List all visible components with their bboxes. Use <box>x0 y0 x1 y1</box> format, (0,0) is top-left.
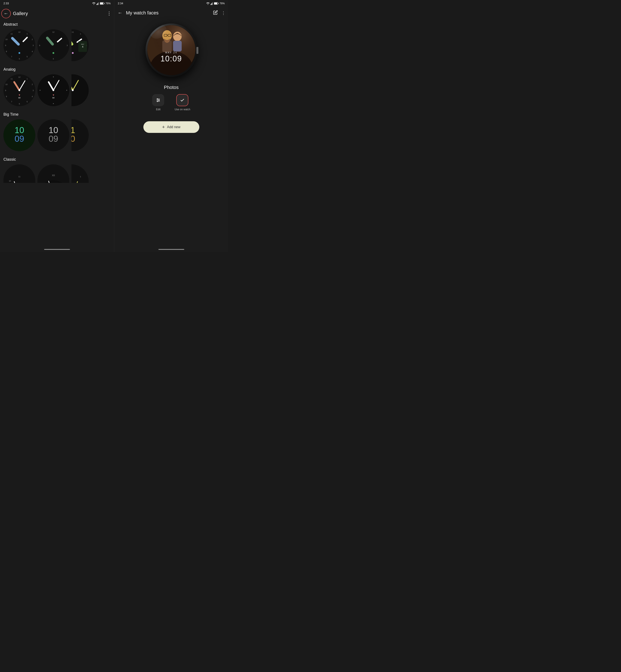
right-page-title: My watch faces <box>126 10 159 16</box>
add-new-button[interactable]: + Add new <box>143 121 199 133</box>
svg-text:8: 8 <box>6 50 7 52</box>
svg-text:♥: ♥ <box>18 93 20 96</box>
right-top-icons: ⋮ <box>213 10 225 16</box>
svg-rect-114 <box>212 2 213 5</box>
action-row: Edit Use on watch <box>114 94 228 111</box>
classic-watch-grid: 11 10 <box>0 164 114 187</box>
svg-rect-117 <box>218 3 218 4</box>
add-new-container: + Add new <box>114 120 228 134</box>
svg-text:0: 0 <box>72 134 75 144</box>
edit-pencil-icon[interactable] <box>213 10 218 16</box>
svg-text:9: 9 <box>5 89 6 91</box>
right-back-button[interactable]: ← <box>116 8 124 17</box>
checkmark-icon <box>180 98 185 103</box>
svg-point-110 <box>207 4 208 5</box>
right-home-indicator <box>114 247 228 252</box>
svg-rect-3 <box>98 3 98 5</box>
svg-rect-112 <box>211 3 212 5</box>
svg-text:1: 1 <box>27 78 28 80</box>
right-wifi-icon <box>206 2 210 5</box>
watch-face-abstract-2[interactable]: 12 3 6 9 <box>37 29 69 61</box>
svg-text:10: 10 <box>5 38 7 40</box>
svg-text:5: 5 <box>27 55 28 58</box>
svg-rect-2 <box>97 3 97 5</box>
watch-face-analog-3-partial[interactable] <box>72 74 89 106</box>
svg-text:XII: XII <box>52 174 55 176</box>
svg-text:11: 11 <box>72 31 74 33</box>
edit-sliders-icon <box>156 98 161 103</box>
more-options-icon[interactable]: ⋮ <box>107 11 112 16</box>
watch-face-bigtime-3-partial[interactable]: 1 0 <box>72 119 89 151</box>
svg-point-132 <box>159 100 160 101</box>
watch-face-abstract-3-partial[interactable]: 1 3 11 MAY 4 <box>72 29 89 61</box>
watch-bezel: MAY 24 10:09 <box>146 24 197 77</box>
left-home-bar <box>44 249 70 250</box>
right-top-bar: ← My watch faces ⋮ <box>114 7 228 19</box>
edit-action[interactable]: Edit <box>152 94 164 111</box>
edit-button[interactable] <box>152 94 164 106</box>
svg-text:1: 1 <box>80 175 81 178</box>
svg-text:09: 09 <box>15 134 24 144</box>
svg-text:11: 11 <box>10 78 13 80</box>
watch-face-analog-2[interactable]: ♥ 68 <box>37 74 69 106</box>
edit-label: Edit <box>156 108 161 111</box>
watch-face-analog-1[interactable]: 12 3 6 9 1 2 4 5 7 8 10 11 <box>3 74 35 106</box>
watch-face-bigtime-1[interactable]: 10 09 <box>3 119 35 151</box>
left-panel: 2:33 76% ← <box>0 0 114 252</box>
watch-face-bigtime-2[interactable]: 10 09 <box>37 119 69 151</box>
svg-rect-4 <box>98 2 99 5</box>
svg-point-133 <box>157 101 158 102</box>
right-signal-icon <box>210 2 213 5</box>
svg-text:1: 1 <box>80 33 81 35</box>
watch-face-classic-3-partial[interactable]: 1 10 <box>72 164 89 183</box>
right-home-bar <box>158 249 184 250</box>
gallery-scroll[interactable]: Abstract 12 3 6 9 1 2 4 5 7 8 10 <box>0 21 114 247</box>
watch-face-abstract-1[interactable]: 12 3 6 9 1 2 4 5 7 8 10 11 <box>3 29 35 61</box>
svg-text:6: 6 <box>53 58 54 60</box>
svg-text:1: 1 <box>27 33 28 35</box>
wifi-icon <box>92 2 95 5</box>
left-status-icons: 76% <box>92 2 111 5</box>
svg-rect-116 <box>214 3 217 4</box>
left-home-indicator <box>0 247 114 252</box>
watch-crown <box>196 47 199 54</box>
use-on-watch-action[interactable]: Use on watch <box>174 94 190 111</box>
right-time: 2:34 <box>118 2 123 5</box>
battery-icon <box>100 2 105 5</box>
svg-text:11: 11 <box>10 33 13 35</box>
watch-preview-container: MAY 24 10:09 <box>114 19 228 84</box>
svg-rect-113 <box>212 3 212 5</box>
more-options-right-icon[interactable]: ⋮ <box>221 10 225 15</box>
svg-text:68: 68 <box>18 97 20 99</box>
watch-date-overlay: MAY 24 10:09 <box>147 51 196 63</box>
svg-text:2: 2 <box>32 83 33 85</box>
svg-text:10: 10 <box>9 180 11 182</box>
svg-point-23 <box>18 52 20 54</box>
right-status-icons: 76% <box>206 2 225 5</box>
watch-face-classic-1[interactable]: 11 10 <box>3 164 35 183</box>
watch-face-name: Photos <box>164 85 179 90</box>
right-battery: 76% <box>219 2 225 5</box>
watch-face-title: Photos <box>114 85 228 90</box>
watch-preview: MAY 24 10:09 <box>143 24 199 82</box>
right-battery-icon <box>214 2 219 5</box>
svg-text:4: 4 <box>32 50 33 52</box>
svg-rect-1 <box>96 4 97 5</box>
svg-point-38 <box>72 52 74 54</box>
svg-text:7: 7 <box>11 101 12 103</box>
svg-text:5: 5 <box>27 101 28 103</box>
svg-point-131 <box>157 98 158 100</box>
svg-text:7: 7 <box>11 55 12 58</box>
svg-text:6: 6 <box>19 58 20 60</box>
watch-face-classic-2[interactable]: XII <box>37 164 69 183</box>
left-top-bar: ← Gallery ⋮ <box>0 7 114 21</box>
svg-text:12: 12 <box>18 76 20 78</box>
back-button[interactable]: ← <box>1 8 11 19</box>
svg-rect-111 <box>210 4 211 5</box>
svg-text:1: 1 <box>72 125 75 135</box>
left-status-bar: 2:33 76% <box>0 0 114 7</box>
gallery-title: Gallery <box>13 11 28 16</box>
analog-watch-grid: 12 3 6 9 1 2 4 5 7 8 10 11 <box>0 74 114 111</box>
use-on-watch-button[interactable] <box>176 94 188 106</box>
svg-rect-127 <box>173 41 182 51</box>
